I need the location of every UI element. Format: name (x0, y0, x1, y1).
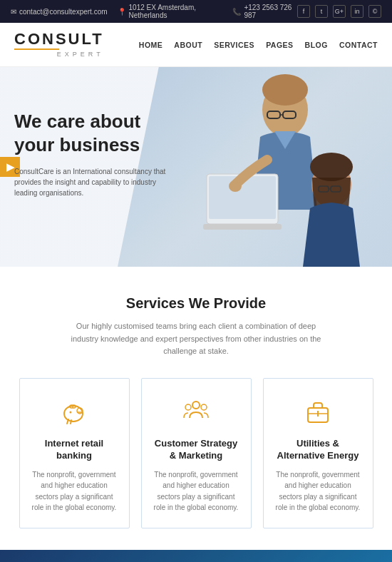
header: CONSULT EXPERT HOME ABOUT SERVICES PAGES… (0, 23, 392, 67)
services-description: Our highly customised teams bring each c… (68, 320, 324, 358)
svg-point-23 (192, 402, 200, 409)
nav-blog[interactable]: BLOG (305, 41, 328, 49)
location-icon: 📍 (118, 8, 126, 16)
service-card-banking: Internet retail banking The nonprofit, g… (19, 378, 130, 528)
email-icon: ✉ (11, 8, 16, 16)
main-nav: HOME ABOUT SERVICES PAGES BLOG CONTACT (139, 41, 378, 49)
twitter-icon[interactable]: t (315, 5, 328, 18)
social-icons: f t G+ in © (297, 5, 381, 18)
logo-line (14, 48, 104, 50)
hero-image (150, 67, 378, 267)
linkedin-icon[interactable]: in (351, 5, 363, 18)
nav-pages[interactable]: PAGES (266, 41, 293, 49)
service-title-energy: Utilities & Alternative Energy (274, 438, 363, 462)
services-section: Services We Provide Our highly customise… (0, 267, 392, 550)
phone-item: 📞 +123 2563 726 987 (232, 4, 297, 19)
nav-home[interactable]: HOME (139, 41, 163, 49)
nav-contact[interactable]: CONTACT (339, 41, 378, 49)
googleplus-icon[interactable]: G+ (333, 5, 346, 18)
logo-sub: EXPERT (14, 51, 104, 58)
svg-rect-13 (203, 224, 282, 230)
svg-line-21 (71, 420, 71, 424)
instagram-icon[interactable]: © (368, 5, 381, 18)
hero-content: We care about your business ConsultCare … (14, 110, 171, 198)
hero-section: ▶ We care about your business ConsultCar… (0, 67, 392, 267)
svg-point-25 (201, 404, 207, 410)
top-bar-contact: ✉ contact@consultexpert.com 📍 1012 EX Am… (11, 4, 297, 19)
facebook-icon[interactable]: f (297, 5, 310, 18)
svg-point-2 (262, 74, 308, 106)
nav-services[interactable]: SERVICES (214, 41, 254, 49)
service-title-strategy: Customer Strategy & Marketing (152, 438, 241, 462)
top-bar: ✉ contact@consultexpert.com 📍 1012 EX Am… (0, 0, 392, 23)
logo: CONSULT EXPERT (14, 31, 104, 58)
services-grid: Internet retail banking The nonprofit, g… (14, 378, 378, 528)
logo-text: CONSULT (14, 31, 104, 47)
address-text: 1012 EX Amsterdam, Netherlands (129, 4, 223, 19)
service-card-strategy: Customer Strategy & Marketing The nonpro… (141, 378, 252, 528)
hero-title: We care about your business (14, 110, 171, 156)
stats-section: 1759 Projects 1348 Clients 759k Stocks 2… (0, 550, 392, 562)
nav-about[interactable]: ABOUT (174, 41, 202, 49)
banking-icon (30, 396, 119, 428)
energy-icon (274, 396, 363, 428)
email-text: contact@consultexpert.com (19, 8, 108, 16)
svg-point-14 (229, 180, 242, 192)
address-item: 📍 1012 EX Amsterdam, Netherlands (118, 4, 223, 19)
service-desc-strategy: The nonprofit, government and higher edu… (152, 469, 241, 514)
service-title-banking: Internet retail banking (30, 438, 119, 462)
email-item: ✉ contact@consultexpert.com (11, 8, 108, 16)
svg-point-22 (70, 412, 72, 414)
service-card-energy: Utilities & Alternative Energy The nonpr… (263, 378, 373, 528)
services-title: Services We Provide (14, 295, 378, 312)
svg-point-24 (185, 404, 191, 410)
phone-text: +123 2563 726 987 (244, 4, 297, 19)
svg-point-7 (310, 153, 353, 181)
hero-description: ConsultCare is an International consulta… (14, 166, 171, 198)
service-desc-banking: The nonprofit, government and higher edu… (30, 469, 119, 514)
service-desc-energy: The nonprofit, government and higher edu… (274, 469, 363, 514)
strategy-icon (152, 396, 241, 428)
hero-svg (150, 67, 378, 267)
phone-icon: 📞 (232, 8, 241, 16)
